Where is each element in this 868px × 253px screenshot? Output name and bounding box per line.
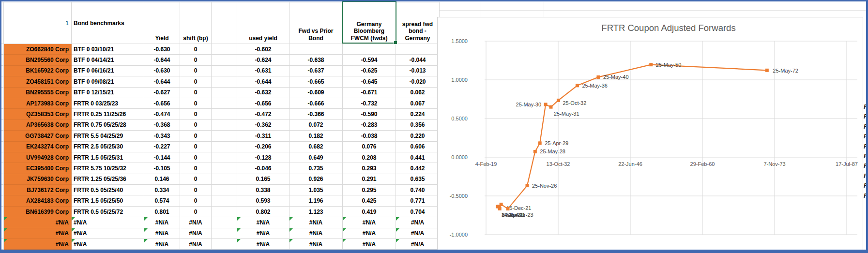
- spread-cell[interactable]: -0.013: [396, 66, 440, 76]
- used-yield-cell[interactable]: -0.631: [237, 66, 289, 76]
- used-yield-cell[interactable]: 0.593: [237, 195, 289, 206]
- fwd-vs-prior-cell[interactable]: -0.665: [289, 76, 343, 87]
- column-header[interactable]: used yield: [237, 2, 289, 44]
- yield-cell[interactable]: #N/A: [144, 239, 180, 250]
- data-point-marker[interactable]: [557, 99, 560, 102]
- used-yield-cell[interactable]: #N/A: [237, 228, 289, 239]
- empty-cell[interactable]: [212, 76, 237, 87]
- empty-cell[interactable]: [212, 142, 237, 152]
- germany-fwcm-cell[interactable]: -0.594: [343, 55, 396, 65]
- bond-id-cell[interactable]: #N/A: [4, 217, 72, 228]
- empty-cell[interactable]: [212, 131, 237, 141]
- shift-cell[interactable]: 0: [180, 163, 212, 174]
- bond-name-cell[interactable]: BTF 0 04/14/21: [72, 55, 144, 65]
- bond-name-cell[interactable]: BTF 0 06/16/21: [72, 66, 144, 76]
- yield-cell[interactable]: -0.368: [144, 120, 180, 131]
- germany-fwcm-cell[interactable]: 0.425: [343, 195, 396, 206]
- column-header[interactable]: Germany Bloomberg FWCM (fwds): [343, 2, 396, 44]
- germany-fwcm-cell[interactable]: -0.625: [343, 66, 396, 76]
- yield-cell[interactable]: -0.630: [144, 66, 180, 76]
- empty-cell[interactable]: [212, 185, 237, 195]
- bond-id-cell[interactable]: EC395400 Corp: [4, 163, 72, 174]
- shift-cell[interactable]: 0: [180, 185, 212, 195]
- used-yield-cell[interactable]: -0.632: [237, 88, 289, 98]
- germany-fwcm-cell[interactable]: 0.208: [343, 152, 396, 163]
- used-yield-cell[interactable]: 0.802: [237, 207, 289, 217]
- bond-name-cell[interactable]: BTF 0 12/15/21: [72, 88, 144, 98]
- shift-cell[interactable]: 0: [180, 207, 212, 217]
- spread-cell[interactable]: 0.441: [396, 152, 440, 163]
- shift-cell[interactable]: 0: [180, 44, 212, 55]
- yield-cell[interactable]: -0.343: [144, 131, 180, 141]
- germany-fwcm-cell[interactable]: -0.645: [343, 76, 396, 87]
- data-point-marker[interactable]: [498, 207, 502, 210]
- empty-cell[interactable]: [212, 163, 237, 174]
- used-yield-cell[interactable]: #N/A: [237, 217, 289, 228]
- spread-cell[interactable]: 0.220: [396, 131, 440, 141]
- shift-cell[interactable]: 0: [180, 76, 212, 87]
- bond-id-cell[interactable]: BN616399 Corp: [4, 207, 72, 217]
- spread-cell[interactable]: 0.740: [396, 185, 440, 195]
- bond-name-cell[interactable]: FRTR 2.5 05/25/30: [72, 142, 144, 152]
- bond-name-cell[interactable]: FRTR 1.5 05/25/50: [72, 195, 144, 206]
- shift-cell[interactable]: 0: [180, 195, 212, 206]
- fwd-vs-prior-cell[interactable]: -0.666: [289, 98, 343, 109]
- fwd-vs-prior-cell[interactable]: 1.035: [289, 185, 343, 195]
- spread-cell[interactable]: -0.020: [396, 76, 440, 87]
- data-point-marker[interactable]: [526, 184, 529, 187]
- used-yield-cell[interactable]: -0.206: [237, 142, 289, 152]
- spread-cell[interactable]: 0.224: [396, 109, 440, 119]
- forward-curve-chart[interactable]: 1.50001.00000.50000.0000-0.5000-1.00004-…: [437, 17, 863, 250]
- fwd-vs-prior-cell[interactable]: #N/A: [289, 217, 343, 228]
- bond-name-cell[interactable]: FRTR 0.5 05/25/72: [72, 207, 144, 217]
- bond-id-cell[interactable]: ZO662840 Corp: [4, 44, 72, 55]
- germany-fwcm-cell[interactable]: 0.295: [343, 185, 396, 195]
- fwd-vs-prior-cell[interactable]: 0.182: [289, 131, 343, 141]
- bond-id-cell[interactable]: BJ736172 Corp: [4, 185, 72, 195]
- empty-cell[interactable]: [212, 66, 237, 76]
- germany-fwcm-cell[interactable]: 0.293: [343, 163, 396, 174]
- shift-cell[interactable]: 0: [180, 120, 212, 131]
- bond-id-cell[interactable]: BK165922 Corp: [4, 66, 72, 76]
- bond-id-cell[interactable]: #N/A: [4, 228, 72, 239]
- yield-cell[interactable]: -0.627: [144, 88, 180, 98]
- bond-name-cell[interactable]: BTF 0 03/10/21: [72, 44, 144, 55]
- spread-cell[interactable]: -0.044: [396, 55, 440, 65]
- data-point-marker[interactable]: [544, 103, 548, 106]
- shift-cell[interactable]: #N/A: [180, 217, 212, 228]
- spread-cell[interactable]: 0.356: [396, 120, 440, 131]
- bond-name-cell[interactable]: FRTR 1.5 05/25/31: [72, 152, 144, 163]
- used-yield-cell[interactable]: #N/A: [237, 239, 289, 250]
- empty-cell[interactable]: [212, 55, 237, 65]
- fwd-vs-prior-cell[interactable]: #N/A: [289, 239, 343, 250]
- fwd-vs-prior-cell[interactable]: 1.196: [289, 195, 343, 206]
- column-header[interactable]: shift (bp): [180, 2, 212, 44]
- fwd-vs-prior-cell[interactable]: 0.926: [289, 174, 343, 185]
- yield-cell[interactable]: #N/A: [144, 228, 180, 239]
- shift-cell[interactable]: 0: [180, 66, 212, 76]
- data-point-marker[interactable]: [533, 150, 537, 153]
- bond-name-cell[interactable]: FRTR 0 03/25/23: [72, 98, 144, 109]
- column-header[interactable]: Fwd vs Prior Bond: [289, 2, 343, 44]
- germany-fwcm-cell[interactable]: #N/A: [343, 239, 396, 250]
- empty-cell[interactable]: [212, 109, 237, 119]
- data-point-marker[interactable]: [596, 75, 600, 79]
- shift-cell[interactable]: 0: [180, 142, 212, 152]
- data-point-marker[interactable]: [765, 69, 769, 72]
- used-yield-cell[interactable]: -0.362: [237, 120, 289, 131]
- used-yield-cell[interactable]: -0.624: [237, 55, 289, 65]
- used-yield-cell[interactable]: 0.338: [237, 185, 289, 195]
- bond-name-cell[interactable]: FRTR 0.25 11/25/26: [72, 109, 144, 119]
- bond-name-cell[interactable]: #N/A: [72, 217, 144, 228]
- empty-cell[interactable]: [212, 44, 237, 55]
- yield-cell[interactable]: -0.630: [144, 44, 180, 55]
- shift-cell[interactable]: 0: [180, 55, 212, 65]
- empty-cell[interactable]: [212, 217, 237, 228]
- shift-cell[interactable]: 0: [180, 174, 212, 185]
- germany-fwcm-cell[interactable]: -0.671: [343, 88, 396, 98]
- spread-cell[interactable]: 0.635: [396, 174, 440, 185]
- column-header[interactable]: [212, 2, 237, 44]
- used-yield-cell[interactable]: -0.311: [237, 131, 289, 141]
- bond-id-cell[interactable]: AX284183 Corp: [4, 195, 72, 206]
- used-yield-cell[interactable]: -0.656: [237, 98, 289, 109]
